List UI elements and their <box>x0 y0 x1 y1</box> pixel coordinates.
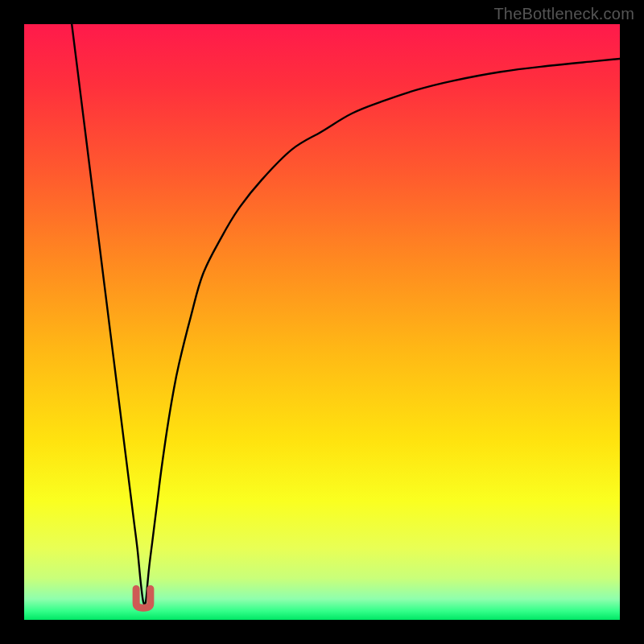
plot-area <box>24 24 620 620</box>
watermark-text: TheBottleneck.com <box>493 5 634 23</box>
chart-frame: TheBottleneck.com <box>0 0 644 644</box>
curve-layer <box>24 24 620 620</box>
bottleneck-curve <box>72 24 620 605</box>
